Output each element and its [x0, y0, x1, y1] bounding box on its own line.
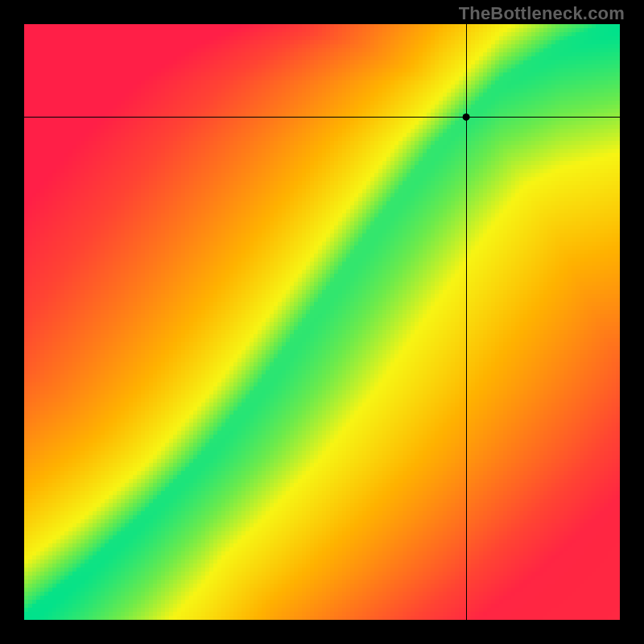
chart-container: TheBottleneck.com	[0, 0, 644, 644]
watermark-text: TheBottleneck.com	[459, 3, 625, 24]
crosshair-overlay	[24, 24, 620, 620]
